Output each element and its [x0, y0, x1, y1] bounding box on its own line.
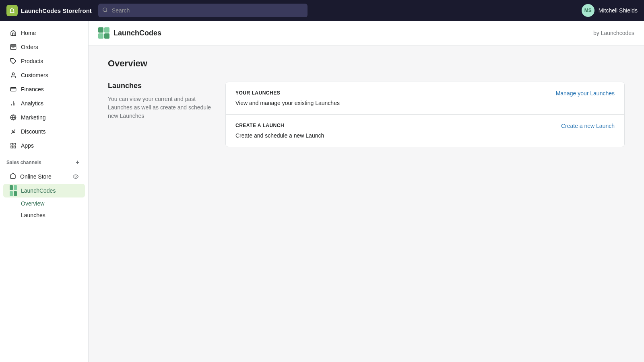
online-store-icon: [10, 173, 16, 180]
layout: Home Orders Products Customers Finances: [0, 21, 644, 362]
sidebar-item-customers-label: Customers: [21, 72, 48, 78]
app-header-left: LaunchCodes: [98, 27, 161, 39]
home-icon: [10, 29, 17, 37]
overview-right: YOUR LAUNCHES Manage your Launches View …: [225, 82, 625, 147]
svg-point-6: [12, 73, 14, 75]
discounts-icon: [10, 128, 17, 135]
app-header-by: by Launchcodes: [593, 30, 634, 36]
svg-rect-19: [11, 146, 13, 148]
sidebar-sub-item-launches[interactable]: Launches: [3, 210, 85, 221]
svg-rect-17: [14, 143, 16, 145]
search-input[interactable]: [98, 4, 308, 17]
svg-rect-7: [10, 87, 16, 91]
overview-sub-label: Overview: [21, 200, 44, 207]
sidebar-item-customers[interactable]: Customers: [3, 68, 85, 82]
svg-rect-18: [14, 146, 16, 148]
online-store-left: Online Store: [10, 173, 52, 180]
sidebar-item-analytics-label: Analytics: [21, 100, 43, 107]
sidebar-item-products-label: Products: [21, 58, 43, 64]
svg-point-14: [12, 130, 13, 132]
svg-rect-2: [10, 45, 16, 46]
create-launch-desc: Create and schedule a new Launch: [235, 132, 615, 139]
sidebar-item-marketing[interactable]: Marketing: [3, 111, 85, 124]
your-launches-header: YOUR LAUNCHES Manage your Launches: [235, 90, 615, 97]
create-new-launch-link[interactable]: Create a new Launch: [561, 123, 615, 129]
launchcodes-sidebar-icon: [10, 187, 17, 194]
overview-grid: Launches You can view your current and p…: [108, 82, 625, 147]
your-launches-label: YOUR LAUNCHES: [235, 90, 280, 96]
topbar: LaunchCodes Storefront MS Mitchell Shiel…: [0, 0, 644, 21]
sidebar: Home Orders Products Customers Finances: [0, 21, 89, 362]
store-logo-area[interactable]: LaunchCodes Storefront: [6, 5, 92, 16]
app-header-title: LaunchCodes: [114, 29, 161, 37]
customers-icon: [10, 72, 17, 79]
analytics-icon: [10, 100, 17, 107]
sales-channels-header: Sales channels +: [0, 153, 88, 169]
sidebar-item-launchcodes[interactable]: LaunchCodes: [3, 184, 85, 197]
sidebar-item-online-store[interactable]: Online Store: [3, 169, 85, 183]
launchcodes-label: LaunchCodes: [21, 187, 56, 194]
sidebar-item-discounts[interactable]: Discounts: [3, 125, 85, 138]
launches-section-desc: You can view your current and past Launc…: [108, 95, 213, 120]
create-launch-row: CREATE A LAUNCH Create a new Launch Crea…: [226, 115, 624, 147]
launches-section-title: Launches: [108, 82, 213, 90]
create-launch-label: CREATE A LAUNCH: [235, 123, 284, 128]
svg-point-0: [103, 8, 107, 11]
content-area: Overview Launches You can view your curr…: [89, 45, 644, 160]
username-label: Mitchell Shields: [599, 7, 638, 14]
app-header: LaunchCodes by Launchcodes: [89, 21, 644, 45]
products-icon: [10, 58, 17, 65]
sidebar-item-products[interactable]: Products: [3, 54, 85, 68]
svg-point-20: [75, 176, 76, 177]
eye-icon[interactable]: [73, 174, 78, 179]
your-launches-row: YOUR LAUNCHES Manage your Launches View …: [226, 82, 624, 115]
sidebar-sub-item-overview[interactable]: Overview: [3, 198, 85, 209]
create-launch-header: CREATE A LAUNCH Create a new Launch: [235, 123, 615, 129]
add-sales-channel-button[interactable]: +: [74, 158, 82, 167]
apps-icon: [10, 142, 17, 149]
topbar-right: MS Mitchell Shields: [582, 4, 638, 17]
manage-launches-link[interactable]: Manage your Launches: [556, 90, 615, 97]
svg-point-15: [14, 132, 15, 133]
sidebar-item-finances-label: Finances: [21, 86, 44, 93]
sidebar-item-home[interactable]: Home: [3, 26, 85, 40]
svg-rect-16: [11, 143, 13, 145]
shopify-bag-icon: [6, 5, 18, 16]
sidebar-item-discounts-label: Discounts: [21, 128, 45, 135]
finances-icon: [10, 86, 17, 93]
sidebar-item-marketing-label: Marketing: [21, 114, 45, 121]
sidebar-item-analytics[interactable]: Analytics: [3, 97, 85, 110]
store-name: LaunchCodes Storefront: [21, 7, 92, 14]
online-store-label: Online Store: [20, 173, 52, 180]
svg-line-1: [106, 11, 107, 12]
search-area[interactable]: [98, 4, 308, 17]
sales-channels-label: Sales channels: [6, 160, 41, 165]
orders-icon: [10, 43, 17, 51]
sidebar-item-apps-label: Apps: [21, 142, 34, 149]
sidebar-item-finances[interactable]: Finances: [3, 82, 85, 96]
launches-card: YOUR LAUNCHES Manage your Launches View …: [225, 82, 625, 147]
main-content: LaunchCodes by Launchcodes Overview Laun…: [89, 21, 644, 362]
sidebar-item-home-label: Home: [21, 30, 36, 36]
search-icon: [102, 7, 108, 14]
overview-title: Overview: [108, 58, 625, 69]
avatar[interactable]: MS: [582, 4, 594, 17]
your-launches-desc: View and manage your existing Launches: [235, 100, 615, 106]
sidebar-item-apps[interactable]: Apps: [3, 139, 85, 152]
launches-sub-label: Launches: [21, 212, 45, 218]
sidebar-item-orders-label: Orders: [21, 44, 38, 50]
app-header-icon: [98, 27, 109, 39]
sidebar-item-orders[interactable]: Orders: [3, 40, 85, 54]
overview-left: Launches You can view your current and p…: [108, 82, 213, 147]
marketing-icon: [10, 114, 17, 121]
